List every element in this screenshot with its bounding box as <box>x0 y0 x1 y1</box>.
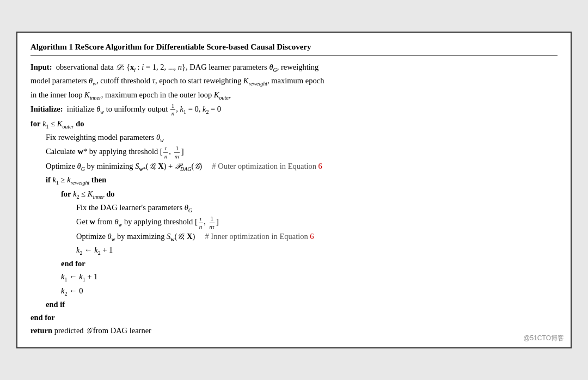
input-line: Input: observational data 𝒟: {xi : i = 1… <box>30 61 558 75</box>
end-for-inner-line: end for <box>30 258 558 271</box>
for-k1-line: for k1 ≤ Kouter do <box>30 118 558 131</box>
get-w-line: Get w from θw by applying threshold [τn,… <box>30 215 558 230</box>
k1-increment-line: k1 ← k1 + 1 <box>30 271 558 284</box>
return-line: return predicted 𝒢 from DAG learner <box>30 324 558 338</box>
fix-reweighting-line: Fix reweighting model parameters θw <box>30 131 558 145</box>
input-line-3: in the inner loop Kinner, maximum epoch … <box>30 89 558 102</box>
algorithm-box: Algorithm 1 ReScore Algorithm for Differ… <box>16 32 572 348</box>
end-if-line: end if <box>30 298 558 311</box>
k2-increment-line: k2 ← k2 + 1 <box>30 244 558 258</box>
watermark: @51CTO博客 <box>523 334 564 343</box>
algorithm-body: Input: observational data 𝒟: {xi : i = 1… <box>30 61 558 338</box>
calculate-w-line: Calculate w* by applying threshold [τn, … <box>30 145 558 160</box>
for-k2-line: for k2 ≤ Kinner do <box>30 188 558 201</box>
fix-dag-line: Fix the DAG learner's parameters θG <box>30 201 558 215</box>
if-k1-line: if k1 ≥ kreweight then <box>30 174 558 187</box>
input-line-2: model parameters θw, cutoff threshold τ,… <box>30 75 558 88</box>
optimize-theta-w-line: Optimize θw by maximizing Sw(𝒢; X) # Inn… <box>30 230 558 244</box>
optimize-theta-g-line: Optimize θG by minimizing Sw*(𝒢; X) + 𝒫D… <box>30 160 558 174</box>
end-for-outer-line: end for <box>30 311 558 324</box>
k2-reset-line: k2 ← 0 <box>30 285 558 298</box>
algorithm-title: Algorithm 1 ReScore Algorithm for Differ… <box>30 42 558 56</box>
initialize-line: Initialize: initialize θw to uniformly o… <box>30 102 558 117</box>
